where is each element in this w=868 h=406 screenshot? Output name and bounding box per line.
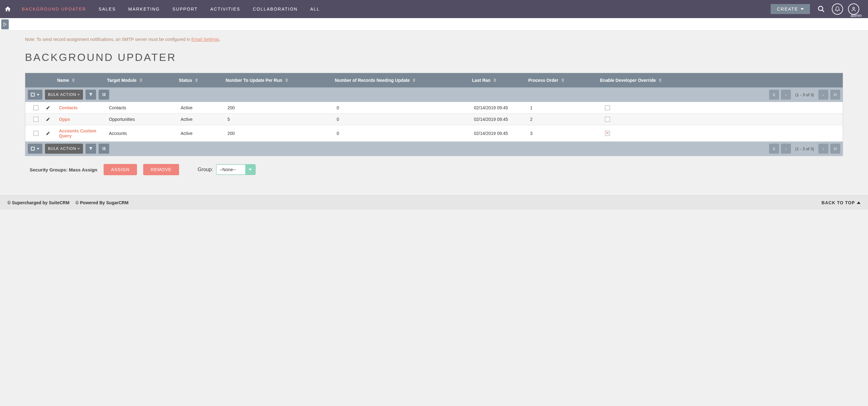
content: Note: To send record assignment notifica… [0,31,868,196]
edit-icon[interactable] [46,106,57,110]
row-target: Contacts [109,105,181,110]
caret-down-icon [245,165,255,175]
nav-activities[interactable]: ACTIVITIES [204,0,247,18]
note-prefix: Note: To send record assignment notifica… [25,37,191,42]
page-prev-icon[interactable]: ‹ [781,144,791,154]
home-icon[interactable] [0,0,16,18]
columns-icon[interactable] [99,90,109,99]
nav-marketing[interactable]: MARKETING [122,0,166,18]
filter-icon[interactable] [86,90,96,99]
row-process: 2 [530,117,602,122]
svg-rect-6 [103,93,106,94]
create-button[interactable]: CREATE [771,4,810,14]
edit-icon[interactable] [46,131,57,136]
page-first-icon[interactable]: К [769,144,779,154]
row-name-link[interactable]: Accounts Custom Query [59,128,96,138]
page-title: BACKGROUND UPDATER [25,51,843,63]
footer-supercharged: © Supercharged by SuiteCRM [7,200,69,205]
row-target: Opportunities [109,117,181,122]
nav-sales[interactable]: SALES [92,0,122,18]
row-num-update: 200 [227,131,337,136]
filter-icon[interactable] [86,144,96,154]
nav-collaboration[interactable]: COLLABORATION [247,0,304,18]
svg-marker-3 [4,23,6,26]
page-range: (1 - 3 of 3) [795,146,814,151]
th-enable[interactable]: Enable Developer Override [600,78,656,83]
row-needing: 0 [337,131,474,136]
assign-button[interactable]: ASSIGN [103,164,137,175]
row-checkbox[interactable] [33,105,38,110]
row-name-link[interactable]: Opps [59,117,70,122]
edit-icon[interactable] [46,117,57,121]
svg-rect-5 [102,93,103,94]
remove-button[interactable]: REMOVE [143,164,179,175]
page-first-icon[interactable]: К [769,90,779,99]
svg-rect-4 [31,93,34,96]
sort-icon[interactable]: ⇳ [658,78,662,83]
mass-assign-section: Security Groups: Mass Assign ASSIGN REMO… [25,156,843,183]
row-name-link[interactable]: Contacts [59,105,78,110]
row-checkbox[interactable] [33,131,38,136]
page-last-icon[interactable]: И [830,90,840,99]
svg-point-0 [818,6,823,10]
row-override-checkbox[interactable] [605,117,610,122]
select-toggle-button[interactable] [28,90,42,99]
row-status: Active [181,105,227,110]
notifications-icon[interactable] [832,3,843,15]
mass-assign-label: Security Groups: Mass Assign [30,167,97,172]
note-link[interactable]: Email Settings [191,37,219,42]
sort-icon[interactable]: ⇳ [561,78,565,83]
th-lastran[interactable]: Last Ran [472,78,491,83]
nav-background-updater[interactable]: BACKGROUND UPDATER [16,0,92,18]
row-override-checkbox[interactable] [605,105,610,110]
sort-icon[interactable]: ⇳ [412,78,416,83]
page-last-icon[interactable]: И [830,144,840,154]
nav-support[interactable]: SUPPORT [166,0,204,18]
row-num-update: 5 [227,117,337,122]
bulk-action-button[interactable]: BULK ACTION [45,144,83,154]
svg-line-1 [822,10,824,12]
pagination: К ‹ (1 - 3 of 3) › И [769,144,840,154]
quick-play-icon[interactable] [1,19,9,29]
columns-icon[interactable] [99,144,109,154]
svg-rect-10 [103,95,106,96]
th-name[interactable]: Name [57,78,69,83]
sort-icon[interactable]: ⇳ [285,78,289,83]
th-numupdate[interactable]: Number To Update Per Run [225,78,282,83]
page-next-icon[interactable]: › [818,144,828,154]
svg-rect-16 [102,149,103,150]
action-bar-bottom: BULK ACTION К ‹ (1 - 3 of 3) › И [25,142,843,156]
table-row: ContactsContactsActive200002/14/2019 09:… [25,102,843,113]
sort-icon[interactable]: ⇳ [71,78,75,83]
nav-all[interactable]: ALL [304,0,326,18]
th-target[interactable]: Target Module [107,78,137,83]
caret-down-icon [801,8,804,10]
row-process: 3 [530,131,602,136]
row-override-checkbox[interactable] [605,131,610,136]
group-select[interactable]: --None-- [216,164,255,175]
svg-rect-11 [31,147,34,150]
sort-icon[interactable]: ⇳ [139,78,143,83]
table-header: Name⇳ Target Module⇳ Status⇳ Number To U… [25,73,843,87]
bulk-action-button[interactable]: BULK ACTION [45,90,83,99]
footer-powered: © Powered By SugarCRM [75,200,128,205]
pagination: К ‹ (1 - 3 of 3) › И [769,90,840,99]
row-status: Active [181,117,227,122]
sort-icon[interactable]: ⇳ [195,78,198,83]
user-label[interactable]: admin [851,13,862,18]
top-nav: BACKGROUND UPDATER SALES MARKETING SUPPO… [0,0,868,18]
select-toggle-button[interactable] [28,144,42,154]
th-status[interactable]: Status [179,78,192,83]
table-row: Accounts Custom QueryAccountsActive20000… [25,125,843,142]
th-needing[interactable]: Number of Records Needing Update [335,78,410,83]
quick-bar [0,18,868,31]
sort-icon[interactable]: ⇳ [493,78,497,83]
row-checkbox[interactable] [33,117,38,122]
search-icon[interactable] [815,3,827,15]
svg-rect-12 [102,147,103,148]
page-prev-icon[interactable]: ‹ [781,90,791,99]
table-row: OppsOpportunitiesActive5002/14/2019 09:4… [25,113,843,125]
back-to-top-button[interactable]: BACK TO TOP [822,200,861,205]
th-process[interactable]: Process Order [528,78,558,83]
page-next-icon[interactable]: › [818,90,828,99]
